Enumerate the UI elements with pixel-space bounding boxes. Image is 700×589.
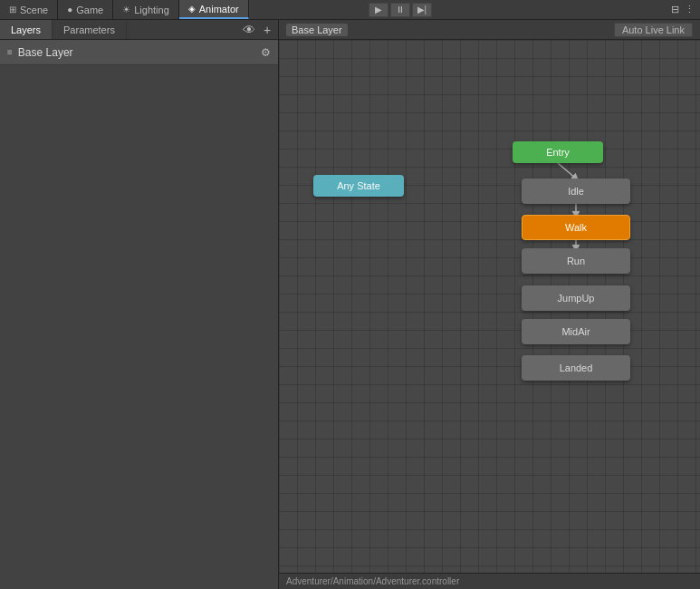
right-panel: Base Layer Auto Live Link: [279, 20, 700, 589]
main-layout: Layers Parameters 👁 + ≡ Base Layer ⚙ Bas…: [0, 20, 700, 589]
state-idle[interactable]: Idle: [522, 179, 630, 204]
panel-tab-actions: 👁 +: [242, 23, 274, 37]
layer-list: ≡ Base Layer ⚙: [0, 40, 278, 589]
tab-layers-label: Layers: [11, 24, 41, 35]
breadcrumb-base-layer[interactable]: Base Layer: [286, 24, 348, 36]
walk-label: Walk: [565, 222, 587, 233]
scene-icon: ⊞: [9, 5, 16, 14]
layer-item-base[interactable]: ≡ Base Layer ⚙: [0, 40, 278, 65]
layer-gear-icon[interactable]: ⚙: [261, 46, 271, 59]
idle-label: Idle: [568, 186, 584, 197]
state-landed[interactable]: Landed: [522, 355, 630, 381]
top-bar: ⊞ Scene ● Game ☀ Lighting ◈ Animator ▶ ⏸…: [0, 0, 700, 20]
tab-lighting-label: Lighting: [134, 5, 169, 15]
entry-label: Entry: [546, 147, 570, 158]
layers-icon[interactable]: ⊟: [671, 4, 679, 15]
playback-controls: ▶ ⏸ ▶|: [369, 3, 432, 17]
animator-header: Base Layer Auto Live Link: [279, 20, 700, 40]
step-button[interactable]: ▶|: [412, 3, 432, 17]
transition-arrows: [279, 40, 700, 573]
left-panel: Layers Parameters 👁 + ≡ Base Layer ⚙: [0, 20, 279, 589]
layer-name: Base Layer: [18, 46, 261, 59]
landed-label: Landed: [560, 362, 593, 373]
game-icon: ●: [67, 5, 72, 14]
tab-scene-label: Scene: [20, 5, 48, 15]
animator-canvas[interactable]: Entry Any State Idle Walk Run JumpUp: [279, 40, 700, 573]
top-bar-tabs: ⊞ Scene ● Game ☀ Lighting ◈ Animator: [0, 0, 249, 19]
top-right-controls: ⊟ ⋮: [671, 4, 700, 15]
tab-parameters[interactable]: Parameters: [53, 20, 127, 39]
tab-game[interactable]: ● Game: [58, 0, 113, 19]
state-jump-up[interactable]: JumpUp: [522, 285, 630, 311]
auto-live-link-button[interactable]: Auto Live Link: [614, 23, 693, 37]
status-path: Adventurer/Animation/Adventurer.controll…: [286, 576, 459, 586]
state-mid-air[interactable]: MidAir: [522, 319, 630, 344]
tab-layers[interactable]: Layers: [0, 20, 53, 39]
state-walk[interactable]: Walk: [522, 215, 630, 240]
tab-animator[interactable]: ◈ Animator: [179, 0, 249, 19]
layer-icon: ≡: [7, 47, 13, 57]
settings-icon[interactable]: ⋮: [685, 4, 695, 15]
state-entry[interactable]: Entry: [513, 141, 603, 163]
tab-parameters-label: Parameters: [63, 24, 115, 35]
state-any-state[interactable]: Any State: [313, 175, 404, 197]
any-state-label: Any State: [337, 180, 380, 191]
status-bar: Adventurer/Animation/Adventurer.controll…: [279, 573, 700, 589]
state-run[interactable]: Run: [522, 248, 630, 274]
tab-lighting[interactable]: ☀ Lighting: [113, 0, 179, 19]
midair-label: MidAir: [561, 326, 590, 337]
lighting-icon: ☀: [122, 5, 130, 14]
pause-button[interactable]: ⏸: [390, 3, 410, 17]
tab-scene[interactable]: ⊞ Scene: [0, 0, 58, 19]
panel-tab-bar: Layers Parameters 👁 +: [0, 20, 278, 40]
tab-animator-label: Animator: [199, 4, 239, 14]
svg-line-0: [558, 163, 576, 179]
add-layer-button[interactable]: +: [260, 23, 274, 37]
animator-icon: ◈: [188, 4, 196, 14]
eye-button[interactable]: 👁: [242, 23, 256, 37]
tab-game-label: Game: [76, 5, 103, 15]
run-label: Run: [567, 256, 585, 266]
play-button[interactable]: ▶: [369, 3, 388, 17]
jumpup-label: JumpUp: [558, 293, 595, 304]
